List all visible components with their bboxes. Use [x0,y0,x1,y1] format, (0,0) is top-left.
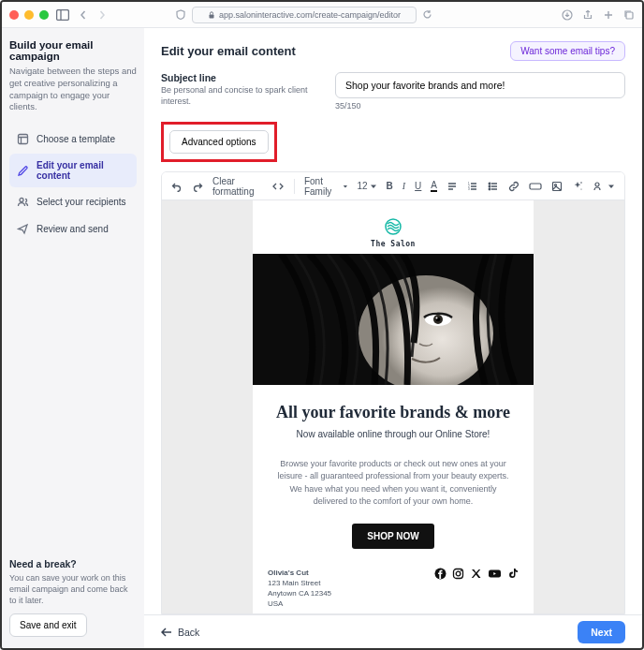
window-close-dot[interactable] [9,10,19,20]
svg-point-12 [489,188,490,190]
svg-point-29 [461,569,461,570]
break-title: Need a break? [9,558,137,569]
email-preview[interactable]: The Salon [253,200,534,613]
email-body: Browse your favorite products or check o… [253,458,534,509]
lock-icon [208,11,215,19]
instagram-icon [452,568,464,580]
back-label: Back [178,627,199,638]
button-block-icon[interactable] [529,182,542,191]
window-zoom-dot[interactable] [39,10,49,20]
subject-label: Subject line [161,72,320,83]
email-editor: Clear formatting Font Family 12 B I U A … [161,171,625,614]
share-icon[interactable] [582,9,593,21]
download-icon[interactable] [562,9,573,21]
hero-image [253,254,534,385]
clear-formatting-button[interactable]: Clear formatting [212,176,262,197]
email-subhead: Now available online through our Online … [253,429,534,439]
underline-icon[interactable]: U [415,181,421,191]
back-button[interactable]: Back [161,627,199,638]
address-line-1: 123 Main Street [268,578,331,588]
svg-point-17 [580,188,581,189]
svg-point-25 [436,318,438,319]
personalize-icon[interactable] [593,181,615,192]
step-edit-content[interactable]: Edit your email content [9,154,137,187]
step-review-send[interactable]: Review and send [9,216,137,242]
svg-text:3: 3 [468,187,470,191]
sidebar-title: Build your email campaign [9,39,137,62]
svg-rect-2 [209,14,213,18]
window-minimize-dot[interactable] [24,10,34,20]
address-line-2: Anytown CA 12345 [268,588,331,598]
reload-icon[interactable] [422,9,432,20]
svg-point-6 [20,199,23,202]
svg-rect-0 [57,9,69,20]
tiktok-icon [507,568,519,580]
svg-rect-5 [19,135,28,144]
ai-sparkle-icon[interactable] [572,181,583,192]
template-icon [17,133,29,145]
advanced-options-highlight: Advanced options [161,122,277,162]
font-family-dropdown[interactable]: Font Family [304,176,348,197]
nav-forward-icon[interactable] [97,10,107,20]
brand-logo-icon [384,217,402,236]
business-name: Olivia's Cut [268,568,331,578]
subject-counter: 35/150 [335,101,625,111]
sidebar-subtitle: Navigate between the steps and get creat… [9,66,137,113]
italic-icon[interactable]: I [402,181,405,191]
shop-now-button[interactable]: SHOP NOW [352,524,433,549]
subject-input[interactable] [335,72,625,98]
bold-icon[interactable]: B [387,181,393,191]
shield-icon[interactable] [175,9,186,21]
address-line-3: USA [268,598,331,609]
svg-point-11 [489,185,490,187]
plus-icon[interactable] [603,9,614,21]
pencil-icon [17,165,29,177]
nav-back-icon[interactable] [79,10,88,20]
undo-icon[interactable] [171,181,183,192]
wizard-sidebar: Build your email campaign Navigate betwe… [2,28,144,648]
step-choose-template[interactable]: Choose a template [9,126,137,152]
list-ordered-icon[interactable]: 123 [467,181,478,192]
users-icon [17,196,29,208]
sidebar-toggle-icon[interactable] [56,9,69,21]
email-headline: All your favorite brands & more [268,402,519,423]
x-twitter-icon [470,568,482,580]
youtube-icon [488,568,502,580]
facebook-icon [434,568,446,580]
main-panel: Edit your email content Want some email … [144,28,642,648]
step-label: Choose a template [37,134,115,144]
send-icon [17,223,29,235]
font-size-dropdown[interactable]: 12 [357,181,376,191]
break-subtitle: You can save your work on this email cam… [9,572,137,606]
svg-point-18 [595,183,599,186]
text-color-icon[interactable]: A [431,180,437,192]
image-icon[interactable] [551,181,563,192]
subject-hint: Be personal and concise to spark client … [161,85,320,107]
link-icon[interactable] [508,181,520,192]
step-label: Select your recipients [37,197,126,207]
editor-toolbar: Clear formatting Font Family 12 B I U A … [162,172,624,200]
next-button[interactable]: Next [578,621,625,643]
redo-icon[interactable] [192,181,203,192]
svg-point-28 [456,571,461,576]
page-title: Edit your email content [161,44,296,58]
advanced-options-button[interactable]: Advanced options [169,130,269,154]
brand-name: The Salon [253,240,534,248]
svg-point-10 [489,183,490,185]
url-bar[interactable]: app.saloninteractive.com/create-campaign… [192,7,417,23]
save-and-exit-button[interactable]: Save and exit [9,613,87,637]
url-text: app.saloninteractive.com/create-campaign… [219,10,401,20]
svg-rect-4 [626,12,633,19]
svg-rect-13 [530,184,541,189]
email-tips-button[interactable]: Want some email tips? [510,41,625,61]
code-icon[interactable] [271,181,285,192]
svg-point-16 [580,182,582,184]
step-label: Review and send [37,224,109,234]
tabs-icon[interactable] [623,9,635,21]
svg-point-15 [555,184,557,185]
browser-titlebar: app.saloninteractive.com/create-campaign… [2,2,642,28]
list-bullet-icon[interactable] [488,181,499,192]
align-icon[interactable] [446,181,458,192]
step-label: Edit your email content [37,160,129,181]
step-select-recipients[interactable]: Select your recipients [9,189,137,214]
